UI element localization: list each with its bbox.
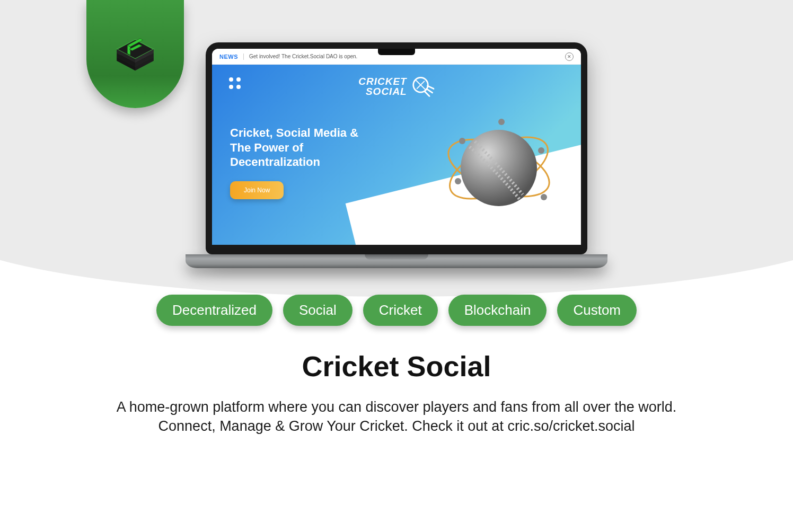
cricket-social-logo: CRICKET SOCIAL [358,74,434,99]
news-label: NEWS [219,54,238,60]
tag-row: Decentralized Social Cricket Blockchain … [43,295,751,326]
svg-point-19 [455,178,461,184]
brand-logo-tab [86,0,184,108]
close-icon[interactable]: ✕ [565,52,574,61]
svg-point-22 [541,194,547,200]
laptop-mockup: NEWS Get involved! The Cricket.Social DA… [206,42,587,268]
brand-word-2: SOCIAL [366,86,407,96]
cricket-ball-icon [410,74,435,99]
laptop-base [186,254,607,268]
svg-point-23 [459,138,465,144]
svg-point-20 [538,147,544,154]
tag-blockchain[interactable]: Blockchain [448,295,547,326]
page-title: Cricket Social [85,350,708,383]
brand-logo-icon [106,25,164,83]
hero-heading: Cricket, Social Media & The Power of Dec… [230,126,363,170]
laptop-notch [378,48,415,55]
svg-point-18 [461,130,537,206]
join-now-button[interactable]: Join Now [230,181,284,199]
tag-cricket[interactable]: Cricket [363,295,438,326]
svg-point-21 [498,119,505,125]
svg-marker-10 [127,46,130,55]
svg-line-14 [428,86,434,89]
tag-decentralized[interactable]: Decentralized [156,295,272,326]
tag-custom[interactable]: Custom [557,295,637,326]
news-text: Get involved! The Cricket.Social DAO is … [249,54,357,59]
vertical-divider [243,54,244,60]
menu-dots-icon[interactable] [229,77,241,89]
tag-social[interactable]: Social [283,295,353,326]
brand-word-1: CRICKET [358,76,407,86]
page-description: A home-grown platform where you can disc… [105,397,688,436]
mock-screen: NEWS Get involved! The Cricket.Social DA… [212,49,581,245]
svg-line-15 [425,91,429,96]
svg-line-13 [427,89,433,93]
hero-orb-graphic [438,107,560,229]
